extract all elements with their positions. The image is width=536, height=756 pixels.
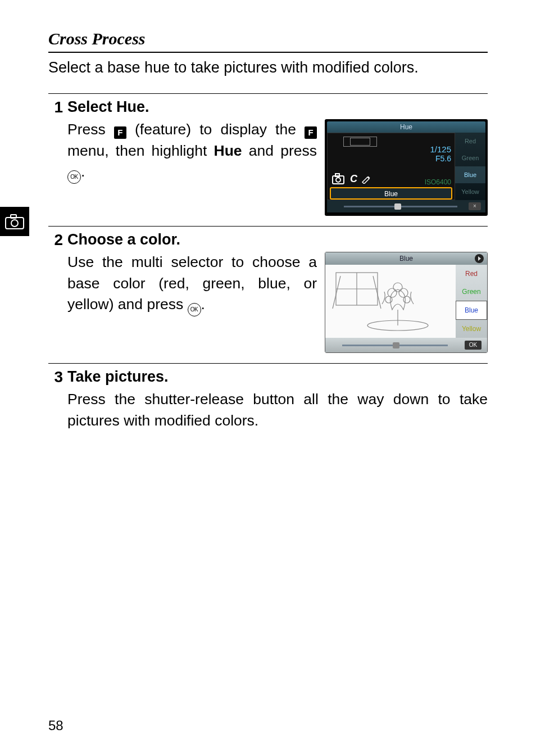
intro-text: Select a base hue to take pictures with … (48, 57, 488, 78)
step-2: 2 Choose a color. Use the multi selector… (48, 226, 488, 353)
color-options-list: Red Green Blue Yellow (456, 265, 487, 338)
camera-icon (5, 214, 24, 229)
step-title: Take pictures. (67, 368, 488, 386)
ok-badge: OK (465, 341, 482, 350)
hue-option-green: Green (455, 150, 485, 166)
step-number: 2 (48, 231, 67, 353)
t: menu, then highlight (67, 142, 214, 159)
step-1-text: Press F (feature) to display the F menu,… (67, 119, 317, 183)
hue-option-yellow: Yellow (455, 183, 485, 200)
section-heading: Cross Process (48, 29, 488, 48)
step-title: Select Hue. (67, 98, 488, 116)
svg-point-15 (393, 283, 402, 292)
color-option-blue: Blue (456, 301, 487, 320)
step-number: 1 (48, 98, 67, 216)
exposure-readout: 1/125 F5.6 (430, 144, 451, 163)
hue-option-red: Red (455, 133, 485, 150)
t: and press (242, 142, 317, 159)
selected-hue-label: Blue (330, 187, 452, 200)
svg-line-10 (373, 276, 381, 309)
hue-option-blue: Blue (455, 166, 485, 183)
step-1: 1 Select Hue. Press F (feature) to displ… (48, 93, 488, 216)
step-2-text: Use the multi selector to choose a base … (67, 252, 317, 316)
svg-point-16 (385, 296, 392, 303)
feature-f-icon: F (114, 126, 126, 139)
preview-illustration (325, 265, 456, 338)
t: . (81, 163, 85, 180)
svg-point-2 (11, 220, 18, 227)
scr1-title: Hue (327, 121, 485, 133)
step-title: Choose a color. (67, 231, 488, 248)
focus-bracket-icon (350, 138, 370, 146)
svg-point-5 (336, 178, 340, 182)
shutter-value: 1/125 (430, 144, 451, 154)
t: (feature) to display the (126, 121, 305, 138)
svg-point-17 (403, 296, 410, 303)
ok-icon: OK (188, 303, 201, 316)
color-option-green: Green (456, 283, 487, 301)
svg-rect-1 (11, 215, 16, 218)
creative-mode-icon: C (332, 173, 371, 185)
hue-options-list: Red Green Blue Yellow (455, 133, 485, 200)
page-number: 58 (48, 718, 63, 734)
step-3-text: Press the shutter-release button all the… (67, 389, 488, 431)
aperture-value: F5.6 (430, 154, 451, 163)
scr2-title: Blue (399, 255, 413, 262)
iso-value: ISO6400 (425, 178, 451, 186)
slider-thumb-icon (393, 342, 399, 348)
feature-f-icon: F (305, 126, 317, 139)
screenshot-hue-menu: Hue C 1/125 (325, 119, 488, 216)
play-icon (475, 254, 484, 263)
slider-thumb-icon (394, 203, 401, 210)
section-tab-camera (0, 207, 29, 236)
hue-word: Hue (214, 142, 242, 159)
step-number: 3 (48, 368, 67, 431)
close-icon: × (469, 202, 481, 210)
t: . (201, 296, 205, 313)
color-option-yellow: Yellow (456, 320, 487, 338)
screenshot-color-select: Blue (325, 252, 488, 353)
ok-icon: OK (67, 170, 81, 184)
heading-rule (48, 52, 488, 53)
t: Press (67, 121, 114, 138)
color-option-red: Red (456, 265, 487, 283)
svg-line-9 (333, 276, 340, 309)
svg-rect-4 (335, 174, 339, 176)
step-3: 3 Take pictures. Press the shutter-relea… (48, 363, 488, 431)
